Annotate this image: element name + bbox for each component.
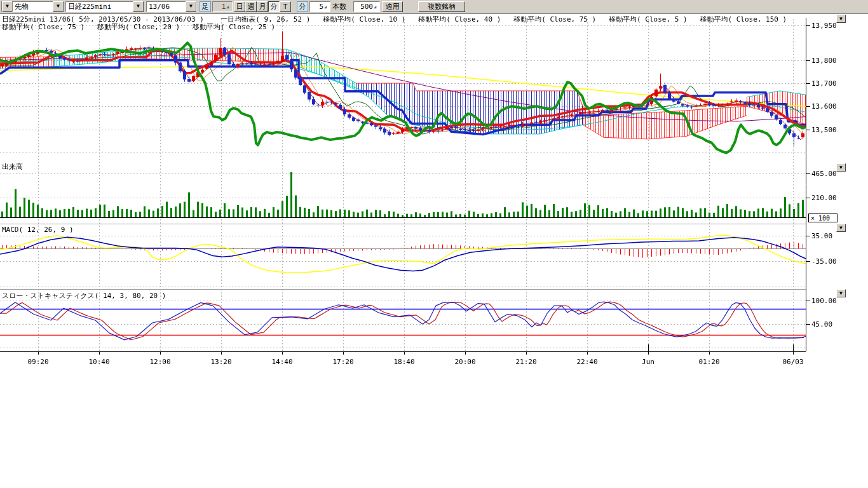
axis-label: 13,500 bbox=[811, 125, 837, 133]
axis-label: 13,700 bbox=[811, 79, 837, 88]
symbol-select[interactable]: 日経225mini ▼ bbox=[65, 1, 144, 12]
axis-label: 13,800 bbox=[811, 56, 837, 64]
interval-stepper[interactable]: 1 ◢ bbox=[212, 1, 233, 12]
period-day-button[interactable]: 日 bbox=[234, 1, 245, 12]
minutes-label: 分 bbox=[297, 1, 308, 12]
multi-symbol-button[interactable]: 複数銘柄 bbox=[418, 1, 465, 12]
x-axis-label: 12:00 bbox=[149, 358, 170, 366]
bars-label: 本数 bbox=[332, 1, 351, 12]
macd-panel-label: MACD( 12, 26, 9 ) bbox=[2, 226, 74, 234]
x-axis-label: 17:20 bbox=[332, 358, 353, 366]
volume-panel-label: 出来高 bbox=[2, 162, 23, 172]
axis-label: -35.00 bbox=[811, 257, 837, 265]
macd-axis-menu-button[interactable]: ▼ bbox=[836, 224, 846, 232]
bars-value: 500 bbox=[354, 3, 374, 11]
stoch-axis-menu-button[interactable]: ▼ bbox=[836, 289, 846, 297]
x-axis-label: 14:40 bbox=[271, 358, 292, 366]
mini-combo[interactable]: ▼ bbox=[1, 1, 11, 12]
symbol-type-value: 先物 bbox=[13, 2, 53, 11]
axis-label: 13,600 bbox=[811, 102, 837, 111]
chevron-down-icon[interactable]: ▼ bbox=[186, 1, 196, 12]
chevron-down-icon[interactable]: ▼ bbox=[2, 1, 13, 12]
stoch-panel-label: スロー・ストキャスティクス( 14, 3, 80, 20 ) bbox=[2, 291, 166, 301]
axis-label: 45.00 bbox=[811, 320, 832, 329]
symbol-value: 日経225mini bbox=[66, 2, 133, 11]
symbol-type-select[interactable]: 先物 ▼ bbox=[12, 1, 64, 12]
trading-app-window: ▼ 先物 ▼ 日経225mini ▼ 13/06 ▼ 足 1 ◢ 日 週 月 分… bbox=[0, 0, 868, 488]
x-axis-label: 18:40 bbox=[393, 358, 414, 366]
toolbar: ▼ 先物 ▼ 日経225mini ▼ 13/06 ▼ 足 1 ◢ 日 週 月 分… bbox=[0, 0, 868, 14]
ashi-label: 足 bbox=[200, 1, 211, 12]
x-axis-label: 09:20 bbox=[27, 358, 48, 366]
chart-canvas[interactable] bbox=[0, 13, 868, 372]
x-axis-label: Jun bbox=[642, 358, 654, 366]
chevron-down-icon[interactable]: ▼ bbox=[53, 1, 64, 12]
apply-button[interactable]: 適用 bbox=[382, 1, 403, 12]
x-axis-label: 21:20 bbox=[515, 358, 536, 366]
axis-label: 465.00 bbox=[811, 170, 837, 178]
spinner-icon[interactable]: ◢ bbox=[324, 4, 330, 10]
spinner-icon[interactable]: ◢ bbox=[374, 4, 379, 10]
chart-area: 日経225mini 13/06( 5分, 2013/05/30 - 2013/0… bbox=[0, 13, 868, 372]
volume-axis-menu-button[interactable]: ▼ bbox=[836, 163, 846, 172]
volume-multiplier-badge: × 100 bbox=[808, 214, 837, 222]
period-week-button[interactable]: 週 bbox=[245, 1, 257, 12]
x-axis-label: 13:20 bbox=[210, 358, 231, 366]
x-axis-label: 10:40 bbox=[88, 358, 109, 366]
period-month-button[interactable]: 月 bbox=[257, 1, 268, 12]
minutes-stepper[interactable]: 5 ◢ bbox=[309, 1, 330, 12]
chart-header-line2: 移動平均( Close, 75 ) 移動平均( Close, 20 ) 移動平均… bbox=[2, 22, 275, 32]
price-axis-menu-button[interactable]: ▼ bbox=[836, 15, 846, 23]
chevron-down-icon[interactable]: ▼ bbox=[133, 1, 144, 12]
minutes-value: 5 bbox=[310, 3, 324, 11]
spinner-icon[interactable]: ◢ bbox=[226, 4, 232, 10]
x-axis-label: 06/03 bbox=[782, 358, 803, 366]
axis-label: 13,950 bbox=[811, 22, 837, 30]
period-tick-button[interactable]: T bbox=[280, 1, 291, 12]
x-axis-label: 01:20 bbox=[698, 358, 719, 366]
axis-label: 35.00 bbox=[811, 232, 832, 240]
period-minute-button[interactable]: 分 bbox=[268, 1, 280, 12]
axis-label: 100.00 bbox=[811, 297, 837, 305]
x-axis-label: 20:00 bbox=[454, 358, 475, 366]
bars-stepper[interactable]: 500 ◢ bbox=[353, 1, 380, 12]
x-axis-label: 22:40 bbox=[576, 358, 597, 366]
axis-label: 210.00 bbox=[811, 193, 837, 201]
contract-month-select[interactable]: 13/06 ▼ bbox=[146, 1, 197, 12]
interval-value: 1 bbox=[213, 3, 226, 11]
contract-month-value: 13/06 bbox=[147, 3, 186, 11]
